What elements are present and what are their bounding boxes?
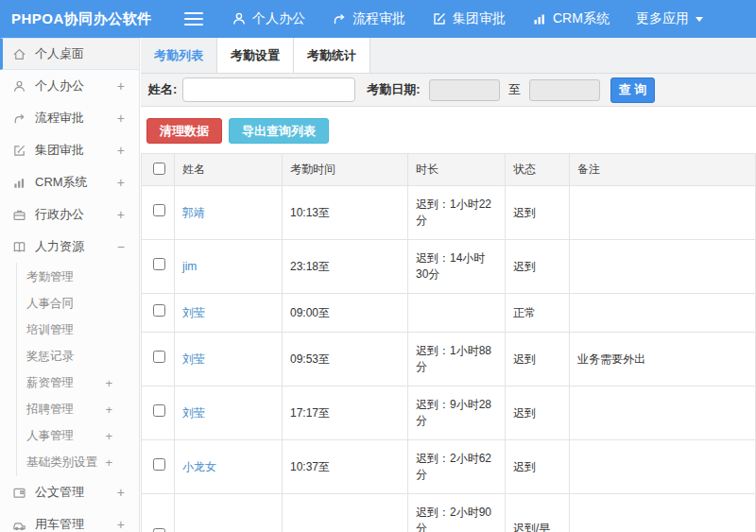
attendance-time: 09:53至 xyxy=(283,333,408,386)
collapse-minus-icon[interactable]: − xyxy=(117,239,125,254)
select-all-checkbox[interactable] xyxy=(153,163,165,175)
sidebar-item-group-approval[interactable]: 集团审批 + xyxy=(0,134,139,166)
status-badge: 正常 xyxy=(506,294,570,333)
search-button[interactable]: 查 询 xyxy=(610,77,655,103)
sidebar-subitem-label: 考勤管理 xyxy=(26,269,74,285)
sidebar-subitem-hr-contract[interactable]: 人事合同 xyxy=(17,290,139,317)
expand-plus-icon[interactable]: + xyxy=(117,78,125,94)
expand-plus-icon[interactable]: + xyxy=(117,207,125,222)
col-header-name: 姓名 xyxy=(175,154,283,186)
to-label: 至 xyxy=(508,81,521,98)
expand-plus-icon[interactable]: + xyxy=(117,111,125,126)
col-header-status: 状态 xyxy=(506,154,570,186)
sidebar-subitem-training-mgmt[interactable]: 培训管理 xyxy=(17,317,139,343)
status-badge: 迟到 xyxy=(506,386,570,440)
sidebar-item-personal-desktop[interactable]: 个人桌面 xyxy=(0,38,139,70)
nav-group-approval[interactable]: 集团审批 xyxy=(432,10,506,27)
app-title: PHPOA协同办公软件 xyxy=(0,10,184,28)
table-row: 刘莹 09:00至 正常 xyxy=(142,294,756,333)
sidebar-subitem-recruit-mgmt[interactable]: 招聘管理 + xyxy=(17,396,139,422)
employee-name-link[interactable]: 管理员 xyxy=(175,494,283,532)
nav-crm-system[interactable]: CRM系统 xyxy=(532,10,610,27)
sidebar-item-label: 人力资源 xyxy=(35,238,84,255)
col-header-time: 考勤时间 xyxy=(283,154,408,186)
tab-attendance-settings[interactable]: 考勤设置 xyxy=(217,38,294,73)
row-checkbox[interactable] xyxy=(153,258,165,270)
sidebar-item-crm-system[interactable]: CRM系统 + xyxy=(0,166,139,198)
nav-workflow-approval[interactable]: 流程审批 xyxy=(332,10,405,27)
date-start-input[interactable] xyxy=(429,79,500,101)
status-badge: 迟到 xyxy=(506,240,570,294)
nav-label: 更多应用 xyxy=(636,10,689,27)
duration: 迟到：14小时30分 xyxy=(408,240,506,294)
briefcase-icon xyxy=(12,208,26,222)
sidebar: 个人桌面 个人办公 + 流程审批 + 集团审批 + CRM系统 + 行政办公 + xyxy=(0,38,140,532)
tab-attendance-list[interactable]: 考勤列表 xyxy=(141,38,217,73)
sidebar-item-label: 公文管理 xyxy=(35,484,84,501)
employee-name-link[interactable]: jim xyxy=(175,240,283,294)
attendance-time: 17:17至 xyxy=(283,386,408,440)
sidebar-subitem-salary-mgmt[interactable]: 薪资管理 + xyxy=(17,369,139,396)
expand-plus-icon[interactable]: + xyxy=(117,143,125,158)
nav-label: 集团审批 xyxy=(453,10,506,27)
nav-personal-office[interactable]: 个人办公 xyxy=(232,10,305,27)
nav-more-apps[interactable]: 更多应用 xyxy=(636,10,704,27)
row-checkbox[interactable] xyxy=(153,204,165,216)
employee-name-link[interactable]: 刘莹 xyxy=(175,333,283,386)
expand-plus-icon[interactable]: + xyxy=(105,429,112,443)
duration: 迟到：2小时90分早退：7小时10分 xyxy=(408,494,506,532)
employee-name-link[interactable]: 小龙女 xyxy=(175,440,283,494)
sidebar-item-admin-office[interactable]: 行政办公 + xyxy=(0,198,139,231)
name-input[interactable] xyxy=(182,77,355,102)
sidebar-item-label: CRM系统 xyxy=(35,174,88,191)
employee-name-link[interactable]: 刘莹 xyxy=(175,294,283,333)
main-content: 考勤列表 考勤设置 考勤统计 姓名: 考勤日期: 至 查 询 清理数据 导出查询… xyxy=(141,38,756,532)
sidebar-item-label: 集团审批 xyxy=(35,142,84,159)
attendance-table: 姓名 考勤时间 时长 状态 备注 郭靖 10:13至 迟到：1小时22分 迟到 xyxy=(141,153,756,532)
row-checkbox[interactable] xyxy=(153,304,165,317)
clean-data-button[interactable]: 清理数据 xyxy=(146,118,222,144)
tab-attendance-stats[interactable]: 考勤统计 xyxy=(294,38,370,73)
hamburger-icon[interactable] xyxy=(184,12,203,26)
sidebar-item-workflow-approval[interactable]: 流程审批 + xyxy=(0,102,139,134)
employee-name-link[interactable]: 刘莹 xyxy=(175,386,283,440)
duration: 迟到：2小时62分 xyxy=(408,440,506,494)
row-checkbox[interactable] xyxy=(153,404,165,417)
row-checkbox[interactable] xyxy=(153,528,165,532)
sidebar-subitem-base-category[interactable]: 基础类别设置 + xyxy=(17,449,139,475)
expand-plus-icon[interactable]: + xyxy=(117,517,125,532)
expand-plus-icon[interactable]: + xyxy=(105,455,112,470)
document-icon xyxy=(12,486,26,500)
expand-plus-icon[interactable]: + xyxy=(117,175,125,190)
employee-name-link[interactable]: 郭靖 xyxy=(175,186,283,240)
sidebar-subitem-personnel-mgmt[interactable]: 人事管理 + xyxy=(17,422,139,449)
row-checkbox[interactable] xyxy=(153,458,165,471)
sidebar-subitem-attendance-mgmt[interactable]: 考勤管理 xyxy=(17,264,139,290)
sidebar-item-label: 流程审批 xyxy=(35,110,84,127)
export-list-button[interactable]: 导出查询列表 xyxy=(229,118,329,144)
expand-plus-icon[interactable]: + xyxy=(117,485,125,500)
status-badge: 迟到 xyxy=(506,333,570,386)
row-checkbox[interactable] xyxy=(153,351,165,363)
expand-plus-icon[interactable]: + xyxy=(105,376,112,390)
table-row: 管理员 10:54至10:54 迟到：2小时90分早退：7小时10分 迟到/早退… xyxy=(142,494,756,532)
hr-submenu: 考勤管理 人事合同 培训管理 奖惩记录 薪资管理 + 招聘管理 + 人事管理 + xyxy=(16,263,139,476)
date-end-input[interactable] xyxy=(529,79,600,101)
note: 1111 xyxy=(570,494,756,532)
sidebar-subitem-label: 薪资管理 xyxy=(26,375,74,391)
sidebar-item-document-mgmt[interactable]: 公文管理 + xyxy=(0,476,139,508)
sidebar-subitem-reward-punish[interactable]: 奖惩记录 xyxy=(17,343,139,369)
sidebar-item-personal-office[interactable]: 个人办公 + xyxy=(0,70,139,102)
sidebar-item-label: 用车管理 xyxy=(35,516,84,532)
expand-plus-icon[interactable]: + xyxy=(105,403,112,417)
sidebar-item-vehicle-mgmt[interactable]: 用车管理 + xyxy=(0,508,139,532)
sidebar-item-human-resources[interactable]: 人力资源 − xyxy=(0,231,139,263)
bar-chart-icon xyxy=(532,11,547,26)
note xyxy=(570,240,756,294)
bar-chart-icon xyxy=(12,176,26,190)
date-label: 考勤日期: xyxy=(367,81,420,98)
table-row: 郭靖 10:13至 迟到：1小时22分 迟到 xyxy=(142,186,756,240)
app-window: PHPOA协同办公软件 个人办公 流程审批 集团审批 CRM系统 更多应用 xyxy=(0,0,756,532)
sidebar-subitem-label: 培训管理 xyxy=(26,322,74,338)
sidebar-subitem-label: 招聘管理 xyxy=(26,402,74,418)
